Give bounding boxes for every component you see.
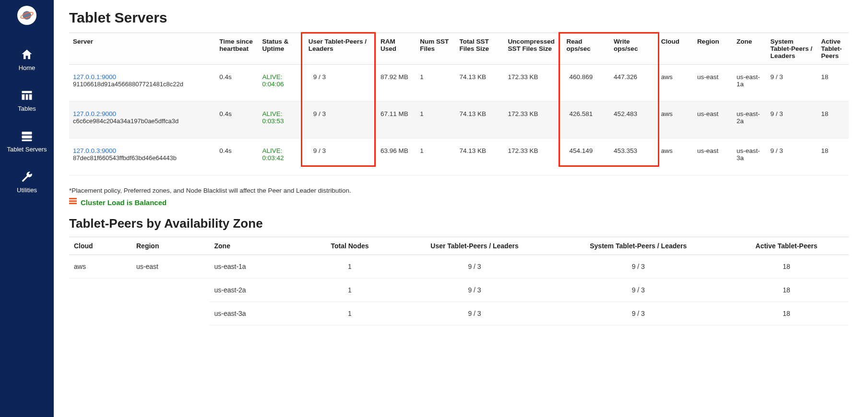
zcell-zone: us-east-3a xyxy=(210,302,303,325)
svg-rect-4 xyxy=(22,139,32,141)
cell-heartbeat: 0.4s xyxy=(215,102,258,139)
cell-sys-peers: 9 / 3 xyxy=(767,139,818,175)
zone-row: us-east-2a 1 9 / 3 9 / 3 18 xyxy=(69,278,849,302)
zcell-user-peers: 9 / 3 xyxy=(397,255,553,278)
zcol-nodes: Total Nodes xyxy=(303,237,397,255)
zcell-user-peers: 9 / 3 xyxy=(397,278,553,302)
zcell-cloud xyxy=(69,278,131,302)
col-sys-peers: System Tablet-Peers / Leaders xyxy=(767,33,818,65)
cell-region: us-east xyxy=(693,102,733,139)
cell-sys-peers: 9 / 3 xyxy=(767,102,818,139)
server-link[interactable]: 127.0.0.2:9000 xyxy=(73,110,116,117)
cell-cloud: aws xyxy=(657,139,693,175)
cell-region: us-east xyxy=(693,139,733,175)
sidebar-item-home[interactable]: Home xyxy=(0,39,54,80)
cell-active: 18 xyxy=(817,102,849,139)
sidebar: Home Tables Tablet Servers Utilities xyxy=(0,0,54,417)
col-read-ops: Read ops/sec xyxy=(562,33,610,65)
zcol-cloud: Cloud xyxy=(69,237,131,255)
cell-write-ops: 447.326 xyxy=(610,65,657,102)
cell-uncompressed: 172.33 KB xyxy=(504,65,562,102)
zcell-nodes: 1 xyxy=(303,302,397,325)
home-icon xyxy=(20,48,34,61)
sidebar-item-utilities[interactable]: Utilities xyxy=(0,162,54,202)
server-uuid: 87dec81f660543ffbdf63bd46e64443b xyxy=(73,154,177,162)
cell-write-ops: 453.353 xyxy=(610,139,657,175)
zcol-region: Region xyxy=(131,237,210,255)
cell-server: 127.0.0.1:9000 91106618d91a4566880772148… xyxy=(69,65,215,102)
cell-status: ALIVE:0:04:06 xyxy=(258,65,304,102)
page-title: Tablet Servers xyxy=(69,10,849,26)
cell-server: 127.0.0.2:9000 c6c6ce984c204a34a197b0ae5… xyxy=(69,102,215,139)
zcell-zone: us-east-1a xyxy=(210,255,303,278)
col-active: Active Tablet-Peers xyxy=(817,33,849,65)
col-heartbeat: Time since heartbeat xyxy=(215,33,258,65)
col-num-sst: Num SST Files xyxy=(416,33,455,65)
zone-row: us-east-3a 1 9 / 3 9 / 3 18 xyxy=(69,302,849,325)
col-user-peers: User Tablet-Peers / Leaders xyxy=(305,33,377,65)
zcol-active: Active Tablet-Peers xyxy=(724,237,849,255)
zcell-region: us-east xyxy=(131,255,210,278)
zcell-sys-peers: 9 / 3 xyxy=(553,255,725,278)
cell-total-sst: 74.13 KB xyxy=(455,65,504,102)
zcell-nodes: 1 xyxy=(303,278,397,302)
zone-header-row: Cloud Region Zone Total Nodes User Table… xyxy=(69,237,849,255)
cell-uncompressed: 172.33 KB xyxy=(504,139,562,175)
server-link[interactable]: 127.0.0.3:9000 xyxy=(73,147,116,154)
server-uuid: c6c6ce984c204a34a197b0ae5dffca3d xyxy=(73,117,178,125)
zcol-user-peers: User Tablet-Peers / Leaders xyxy=(397,237,553,255)
main-content: Tablet Servers S xyxy=(54,0,868,417)
zcell-cloud: aws xyxy=(69,255,131,278)
sidebar-item-label: Tablet Servers xyxy=(7,146,47,153)
zcell-active: 18 xyxy=(724,255,849,278)
wrench-icon xyxy=(20,170,34,184)
cell-server: 127.0.0.3:9000 87dec81f660543ffbdf63bd46… xyxy=(69,139,215,175)
zcell-cloud xyxy=(69,302,131,325)
placement-footnote: *Placement policy, Preferred zones, and … xyxy=(69,187,849,194)
table-row: 127.0.0.1:9000 91106618d91a4566880772148… xyxy=(69,65,849,102)
zcell-nodes: 1 xyxy=(303,255,397,278)
cell-ram: 63.96 MB xyxy=(377,139,416,175)
zone-row: aws us-east us-east-1a 1 9 / 3 9 / 3 18 xyxy=(69,255,849,278)
logo[interactable] xyxy=(17,6,36,25)
cell-zone: us-east-3a xyxy=(733,139,766,175)
cell-heartbeat: 0.4s xyxy=(215,65,258,102)
cell-num-sst: 1 xyxy=(416,139,455,175)
cell-status: ALIVE:0:03:53 xyxy=(258,102,304,139)
col-zone: Zone xyxy=(733,33,766,65)
cell-user-peers: 9 / 3 xyxy=(305,65,377,102)
cell-ram: 87.92 MB xyxy=(377,65,416,102)
zcell-user-peers: 9 / 3 xyxy=(397,302,553,325)
svg-rect-2 xyxy=(22,132,32,135)
sidebar-item-tables[interactable]: Tables xyxy=(0,80,54,121)
svg-rect-6 xyxy=(69,200,77,202)
cell-region: us-east xyxy=(693,65,733,102)
table-row: 127.0.0.2:9000 c6c6ce984c204a34a197b0ae5… xyxy=(69,102,849,139)
planet-icon xyxy=(20,8,34,23)
cell-read-ops: 426.581 xyxy=(562,102,610,139)
col-cloud: Cloud xyxy=(657,33,693,65)
cell-sys-peers: 9 / 3 xyxy=(767,65,818,102)
cell-read-ops: 454.149 xyxy=(562,139,610,175)
cell-active: 18 xyxy=(817,65,849,102)
cell-ram: 67.11 MB xyxy=(377,102,416,139)
sidebar-item-tablet-servers[interactable]: Tablet Servers xyxy=(0,121,54,162)
zcol-zone: Zone xyxy=(210,237,303,255)
table-row: 127.0.0.3:9000 87dec81f660543ffbdf63bd46… xyxy=(69,139,849,175)
cell-status: ALIVE:0:03:42 xyxy=(258,139,304,175)
tablet-servers-table: Server Time since heartbeat Status & Upt… xyxy=(69,33,849,175)
sidebar-item-label: Utilities xyxy=(17,186,37,194)
zcol-sys-peers: System Tablet-Peers / Leaders xyxy=(553,237,725,255)
zcell-active: 18 xyxy=(724,278,849,302)
col-region: Region xyxy=(693,33,733,65)
table-header-row: Server Time since heartbeat Status & Upt… xyxy=(69,33,849,65)
col-server: Server xyxy=(69,33,215,65)
svg-rect-7 xyxy=(69,203,77,204)
cell-active: 18 xyxy=(817,139,849,175)
zone-table: Cloud Region Zone Total Nodes User Table… xyxy=(69,237,849,325)
cell-read-ops: 460.869 xyxy=(562,65,610,102)
cell-zone: us-east-1a xyxy=(733,65,766,102)
cell-zone: us-east-2a xyxy=(733,102,766,139)
cluster-load-text: Cluster Load is Balanced xyxy=(81,198,166,207)
server-link[interactable]: 127.0.0.1:9000 xyxy=(73,73,116,81)
